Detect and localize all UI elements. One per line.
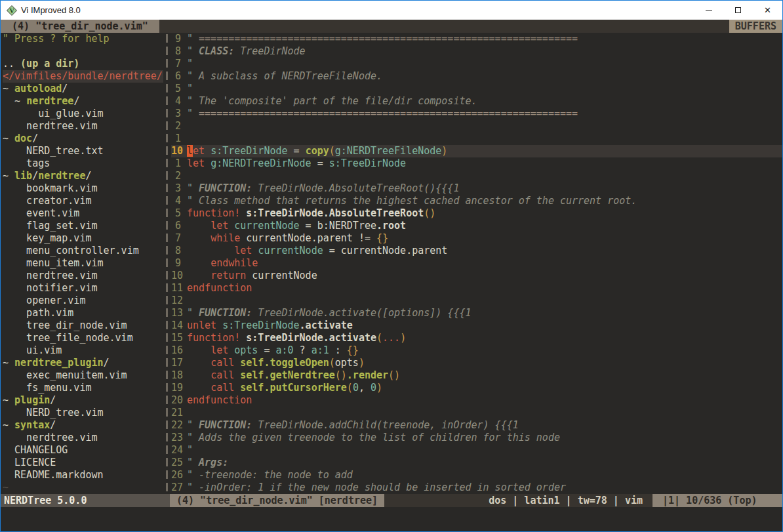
tree-item[interactable]: fs_menu.vim bbox=[3, 382, 163, 394]
tree-item[interactable]: tags bbox=[3, 157, 163, 170]
code-line[interactable]: 27" -inOrder: 1 if the new node should b… bbox=[171, 481, 782, 494]
code-line[interactable]: 13" FUNCTION: TreeDirNode.activate([opti… bbox=[171, 307, 782, 319]
code-line[interactable]: 2 bbox=[171, 170, 782, 182]
code-line[interactable]: 3" FUNCTION: TreeDirNode.AbsoluteTreeRoo… bbox=[171, 182, 782, 195]
tree-item-text: .. (up a dir) bbox=[3, 58, 79, 70]
code-line[interactable]: 5" bbox=[171, 83, 782, 95]
code-line[interactable]: 7 while currentNode.parent != {} bbox=[171, 232, 782, 245]
code-line[interactable]: 11endfunction bbox=[171, 282, 782, 295]
tree-item[interactable]: nerdtree.vim bbox=[3, 120, 163, 133]
code-line[interactable]: 23" Adds the given treenode to the list … bbox=[171, 432, 782, 444]
code-line[interactable]: 14unlet s:TreeDirNode.activate bbox=[171, 319, 782, 332]
line-number: 4 bbox=[171, 195, 187, 207]
line-number: 17 bbox=[171, 357, 187, 369]
code-line[interactable]: 3" =====================================… bbox=[171, 108, 782, 120]
tree-item-text: ui.vim bbox=[3, 344, 62, 357]
code-line[interactable]: 15function! s:TreeDirNode.activate(...) bbox=[171, 332, 782, 344]
tree-item[interactable]: path.vim bbox=[3, 307, 163, 319]
tree-item[interactable]: .. (up a dir) bbox=[3, 58, 163, 70]
close-icon: ✕ bbox=[764, 5, 771, 15]
tree-item[interactable]: notifier.vim bbox=[3, 282, 163, 295]
tree-item-text: tree_file_node.vim bbox=[3, 332, 133, 344]
tree-item-text: NERD_tree.vim bbox=[3, 407, 104, 419]
code-text: call self.toggleOpen(opts) bbox=[187, 357, 365, 369]
tree-item[interactable]: ~ nerdtree/ bbox=[3, 95, 163, 108]
code-line[interactable]: 24" bbox=[171, 444, 782, 457]
tree-item[interactable]: ui_glue.vim bbox=[3, 108, 163, 120]
tree-item[interactable] bbox=[3, 45, 163, 58]
code-line[interactable]: 18 call self.getNerdtree().render() bbox=[171, 369, 782, 382]
tree-item[interactable]: menu_item.vim bbox=[3, 257, 163, 270]
tree-item-text: nerdtree.vim bbox=[3, 120, 98, 133]
code-line[interactable]: 1let g:NERDTreeDirNode = s:TreeDirNode bbox=[171, 157, 782, 170]
code-line[interactable]: 5function! s:TreeDirNode.AbsoluteTreeRoo… bbox=[171, 207, 782, 220]
code-line[interactable]: 10let s:TreeDirNode = copy(g:NERDTreeFil… bbox=[171, 145, 782, 157]
code-text: " bbox=[187, 83, 193, 95]
tree-item[interactable]: bookmark.vim bbox=[3, 182, 163, 195]
code-line[interactable]: 10 return currentNode bbox=[171, 270, 782, 282]
tree-item[interactable]: key_map.vim bbox=[3, 232, 163, 245]
tab-active[interactable]: (4) "tree_dir_node.vim" bbox=[1, 20, 159, 33]
code-line[interactable]: 8 let currentNode = currentNode.parent bbox=[171, 245, 782, 257]
tree-item[interactable]: nerdtree.vim bbox=[3, 270, 163, 282]
main-content: " Press ? for help.. (up a dir)</vimfile… bbox=[1, 33, 782, 494]
maximize-button[interactable] bbox=[723, 1, 753, 20]
tree-item[interactable]: ~ nerdtree_plugin/ bbox=[3, 357, 163, 369]
tree-item[interactable]: CHANGELOG bbox=[3, 444, 163, 457]
code-line[interactable]: 6" A subclass of NERDTreeFileNode. bbox=[171, 70, 782, 83]
code-line[interactable]: 20endfunction bbox=[171, 394, 782, 407]
code-text: unlet s:TreeDirNode.activate bbox=[187, 319, 353, 332]
code-line[interactable]: 6 let currentNode = b:NERDTree.root bbox=[171, 220, 782, 232]
tree-item[interactable]: flag_set.vim bbox=[3, 220, 163, 232]
svg-text:V: V bbox=[9, 7, 14, 14]
code-line[interactable]: 4" The 'composite' part of the file/dir … bbox=[171, 95, 782, 108]
tree-item[interactable]: ui.vim bbox=[3, 344, 163, 357]
code-line[interactable]: 25" Args: bbox=[171, 457, 782, 469]
tree-item[interactable]: ~ plugin/ bbox=[3, 394, 163, 407]
tree-item[interactable]: LICENCE bbox=[3, 457, 163, 469]
code-line[interactable]: 21 bbox=[171, 407, 782, 419]
tree-item[interactable]: README.markdown bbox=[3, 469, 163, 481]
tree-item[interactable]: ~ autoload/ bbox=[3, 83, 163, 95]
code-line[interactable]: 12 bbox=[171, 295, 782, 307]
tree-item[interactable]: NERD_tree.txt bbox=[3, 145, 163, 157]
tree-item[interactable]: exec_menuitem.vim bbox=[3, 369, 163, 382]
code-line[interactable]: 7" bbox=[171, 58, 782, 70]
tree-item[interactable]: tree_dir_node.vim bbox=[3, 319, 163, 332]
tree-item-text: nerdtree.vim bbox=[3, 432, 98, 444]
code-line[interactable]: 4" Class method that returns the highest… bbox=[171, 195, 782, 207]
code-line[interactable]: 22" FUNCTION: TreeDirNode.addChild(treen… bbox=[171, 419, 782, 432]
code-line[interactable]: 9 endwhile bbox=[171, 257, 782, 270]
tree-item[interactable]: nerdtree.vim bbox=[3, 432, 163, 444]
tree-item-text: ~ nerdtree_plugin/ bbox=[3, 357, 110, 369]
code-text: return currentNode bbox=[187, 270, 317, 282]
close-button[interactable]: ✕ bbox=[753, 1, 782, 20]
command-line[interactable] bbox=[1, 507, 782, 531]
code-text: endfunction bbox=[187, 394, 252, 407]
tree-item[interactable]: ~ doc/ bbox=[3, 133, 163, 145]
code-line[interactable]: 8" CLASS: TreeDirNode bbox=[171, 45, 782, 58]
tree-item[interactable]: creator.vim bbox=[3, 195, 163, 207]
code-line[interactable]: 1 bbox=[171, 133, 782, 145]
tree-item[interactable]: event.vim bbox=[3, 207, 163, 220]
tree-item[interactable]: " Press ? for help bbox=[3, 33, 163, 45]
code-line[interactable]: 16 let opts = a:0 ? a:1 : {} bbox=[171, 344, 782, 357]
line-number: 10 bbox=[171, 270, 187, 282]
code-text: let currentNode = b:NERDTree.root bbox=[187, 220, 406, 232]
tree-item[interactable]: </vimfiles/bundle/nerdtree/ bbox=[3, 70, 163, 83]
tree-item[interactable]: ~ syntax/ bbox=[3, 419, 163, 432]
tree-item[interactable]: menu_controller.vim bbox=[3, 245, 163, 257]
code-line[interactable]: 17 call self.toggleOpen(opts) bbox=[171, 357, 782, 369]
tree-item[interactable]: tree_file_node.vim bbox=[3, 332, 163, 344]
code-line[interactable]: 2 bbox=[171, 120, 782, 133]
code-text: " Class method that returns the highest … bbox=[187, 195, 637, 207]
tree-item[interactable]: NERD_tree.vim bbox=[3, 407, 163, 419]
code-line[interactable]: 9" =====================================… bbox=[171, 33, 782, 45]
code-line[interactable]: 26" -treenode: the node to add bbox=[171, 469, 782, 481]
tree-item[interactable]: opener.vim bbox=[3, 295, 163, 307]
tree-item[interactable]: ~ lib/nerdtree/ bbox=[3, 170, 163, 182]
minimize-button[interactable] bbox=[694, 1, 723, 20]
window-separator[interactable] bbox=[163, 33, 171, 494]
code-line[interactable]: 19 call self.putCursorHere(0, 0) bbox=[171, 382, 782, 394]
tree-item[interactable]: ~ bbox=[3, 481, 163, 494]
